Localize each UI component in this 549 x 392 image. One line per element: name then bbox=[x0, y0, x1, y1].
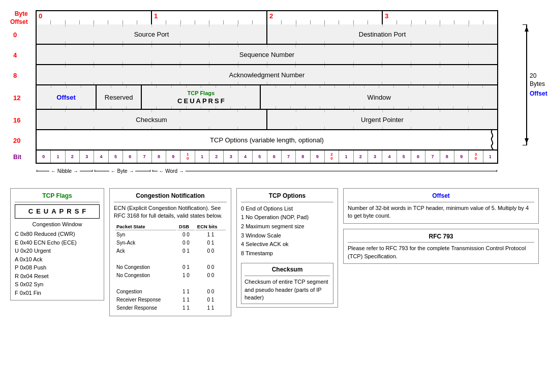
table-row: No Congestion1 00 0 bbox=[115, 272, 226, 279]
word-arrow-label: ← Word → bbox=[158, 168, 186, 174]
tcp-flags-box: TCP Flags CEUAPRSF Congestion Window C 0… bbox=[10, 188, 104, 300]
offset-20: 20 bbox=[13, 130, 20, 150]
table-row bbox=[115, 256, 226, 263]
byte-arrow-label: ← Byte → bbox=[109, 168, 136, 174]
tcp-flags-header-label: TCP Flags bbox=[188, 90, 215, 96]
bytes-word-label: Bytes bbox=[530, 80, 547, 88]
right-boxes: Offset Number of 32-bit words in TCP hea… bbox=[343, 188, 539, 264]
tcp-options-box: TCP Options 0 End of Options List 1 No O… bbox=[236, 188, 338, 308]
ack-num-label: Acknowledgment Number bbox=[229, 71, 305, 79]
ruler-2: 2 bbox=[269, 12, 273, 20]
congestion-box-title: Congestion Notification bbox=[114, 192, 227, 202]
top-ruler: 0 1 2 3 bbox=[36, 10, 498, 24]
tcp-offset-label: Offset bbox=[56, 94, 76, 101]
offset-0: 0 bbox=[13, 24, 17, 45]
offset-16: 16 bbox=[13, 110, 20, 130]
flag-r: R bbox=[208, 97, 213, 105]
offset-right-label: Offset bbox=[530, 90, 547, 98]
row-12: 12 Offset bbox=[36, 85, 498, 110]
table-row: Syn-Ack0 00 1 bbox=[115, 239, 226, 247]
window-label: Window bbox=[368, 94, 391, 101]
offset-4: 4 bbox=[13, 45, 17, 65]
checksum-description: Checksum of entire TCP segment and pseud… bbox=[245, 278, 330, 301]
congestion-description: ECN (Explicit Congestion Notification). … bbox=[114, 204, 227, 220]
ruler-3: 3 bbox=[385, 12, 388, 20]
flag-e: E bbox=[184, 97, 188, 105]
tcp-options-label: TCP Options (variable length, optional) bbox=[210, 136, 324, 144]
row-0: 0 Source Port bbox=[36, 24, 498, 45]
source-port-label: Source Port bbox=[134, 31, 169, 38]
congestion-table: Packet State DSB ECN bits Syn0 01 1 Syn-… bbox=[114, 222, 227, 313]
table-row: Ack0 10 0 bbox=[115, 248, 226, 255]
tcp-flags-box-flags: CEUAPRSF bbox=[15, 204, 100, 219]
bytes-20-label: 20 bbox=[530, 72, 547, 80]
flag-u: U bbox=[190, 97, 194, 105]
row-4: 4 Sequence Number bbox=[36, 45, 498, 65]
flag-c: C bbox=[177, 97, 182, 105]
nibble-arrow-label: ← Nibble → bbox=[49, 168, 80, 174]
congestion-box: Congestion Notification ECN (Explicit Co… bbox=[109, 188, 231, 316]
table-row bbox=[115, 280, 226, 287]
offset-8: 8 bbox=[13, 65, 17, 85]
checksum-box-title: Checksum bbox=[245, 265, 330, 276]
flag-f: F bbox=[221, 97, 225, 105]
offset-box: Offset Number of 32-bit words in TCP hea… bbox=[343, 188, 539, 224]
dest-port-label: Destination Port bbox=[359, 31, 406, 38]
table-row: Congestion1 10 0 bbox=[115, 288, 226, 295]
seq-num-label: Sequence Number bbox=[239, 51, 294, 58]
rfc793-box: RFC 793 Please refer to RFC 793 for the … bbox=[343, 229, 539, 264]
flag-s: S bbox=[215, 97, 219, 105]
bit-row: Bit 0 1 2 3 4 5 6 7 8 9 10 1 2 3 4 5 6 bbox=[36, 150, 498, 164]
checksum-label: Checksum bbox=[136, 116, 167, 124]
arrow-row: ← Nibble → ← Byte → ← Word → bbox=[36, 164, 498, 178]
tcp-options-box-title: TCP Options bbox=[241, 192, 333, 202]
row-16: 16 Checksum bbox=[36, 110, 498, 130]
table-row: Syn0 01 1 bbox=[115, 231, 226, 238]
table-row: Receiver Response1 10 1 bbox=[115, 296, 226, 304]
offset-box-title: Offset bbox=[348, 192, 534, 202]
svg-marker-3 bbox=[525, 26, 529, 32]
tcp-flags-box-title: TCP Flags bbox=[15, 192, 100, 202]
checksum-box: Checksum Checksum of entire TCP segment … bbox=[241, 263, 333, 304]
row-20: 20 TCP Options (variable length, optiona… bbox=[36, 130, 498, 150]
table-row: No Congestion0 10 0 bbox=[115, 264, 226, 271]
congestion-window-label: Congestion Window bbox=[15, 221, 100, 228]
table-row: Sender Response1 11 1 bbox=[115, 305, 226, 312]
offset-12: 12 bbox=[13, 85, 20, 110]
rfc793-box-title: RFC 793 bbox=[348, 232, 534, 243]
flag-a: A bbox=[196, 97, 201, 105]
info-section: TCP Flags CEUAPRSF Congestion Window C 0… bbox=[10, 188, 539, 316]
bit-label: Bit bbox=[13, 150, 21, 164]
row-8: 8 Acknowledgment Number bbox=[36, 65, 498, 85]
reserved-label: Reserved bbox=[105, 94, 133, 101]
svg-marker-4 bbox=[525, 138, 529, 143]
urgent-ptr-label: Urgent Pointer bbox=[361, 116, 404, 124]
offset-description: Number of 32-bit words in TCP header, mi… bbox=[348, 204, 534, 220]
ruler-1: 1 bbox=[154, 12, 158, 20]
byte-label: Byte bbox=[10, 10, 28, 18]
flag-p: P bbox=[202, 97, 207, 105]
ruler-0: 0 bbox=[39, 12, 42, 20]
rfc793-description: Please refer to RFC 793 for the complete… bbox=[348, 245, 534, 260]
